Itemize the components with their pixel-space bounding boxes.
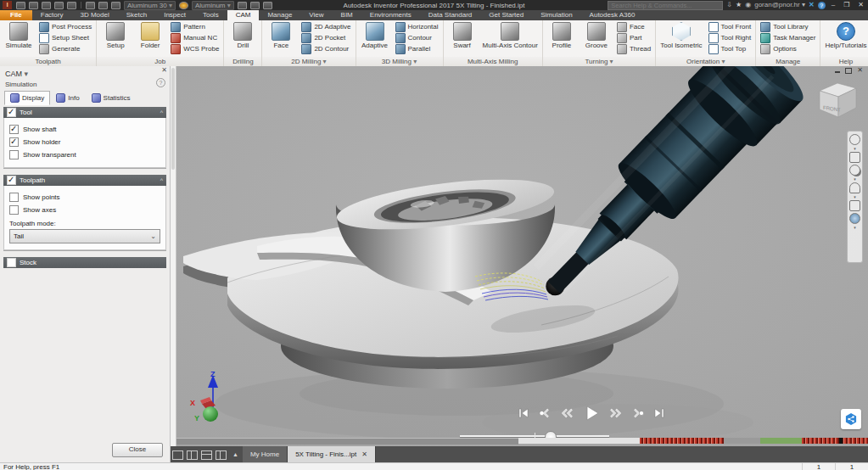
tab-environments[interactable]: Environments (361, 10, 420, 20)
multi-axis-contour-button[interactable]: Multi-Axis Contour (481, 21, 540, 50)
ribbon-group-label-help[interactable]: Help (820, 57, 868, 66)
ribbon-group-label-manage[interactable]: Manage (756, 57, 820, 66)
tab-cam[interactable]: CAM (227, 10, 260, 20)
home-icon[interactable] (86, 2, 95, 9)
tab-view[interactable]: View (300, 10, 332, 20)
toolpath-mode-select[interactable]: Tail ⌄ (9, 229, 160, 243)
turning-part-button[interactable]: Part (615, 32, 652, 43)
turning-thread-button[interactable]: Thread (615, 43, 652, 54)
fast-forward-button[interactable] (608, 406, 624, 420)
chevron-down-icon[interactable]: ▾ (854, 147, 856, 150)
tile-horizontal-icon[interactable] (201, 450, 212, 460)
undo-icon[interactable] (54, 2, 64, 9)
material-select[interactable]: Aluminum 30 ▾ (124, 1, 176, 10)
plus-icon[interactable] (263, 2, 272, 9)
a360-share-button[interactable] (841, 409, 861, 429)
checkbox-row-show-transparent[interactable]: Show transparent (9, 148, 160, 161)
ribbon-group-label-job[interactable]: Job (97, 57, 223, 66)
turning-face-button[interactable]: Face (615, 21, 652, 32)
close-button[interactable]: ✕ (855, 0, 866, 10)
tab-inspect[interactable]: Inspect (155, 10, 194, 20)
section-header-toolpath[interactable]: Toolpath ^ (3, 175, 166, 186)
ribbon-group-label-orientation[interactable]: Orientation (656, 57, 755, 66)
tab-autodesk-a360[interactable]: Autodesk A360 (581, 10, 644, 20)
arrange-windows-icon[interactable] (216, 450, 227, 460)
swarf-button[interactable]: Swarf (446, 21, 479, 50)
collapse-icon[interactable]: ^ (160, 177, 163, 183)
view-cube[interactable]: FRONT (812, 76, 861, 122)
panel-help-icon[interactable]: ? (156, 78, 165, 87)
chevron-down-icon[interactable]: ▾ (854, 177, 856, 181)
play-button[interactable] (582, 404, 601, 422)
help-icon[interactable]: ? (818, 2, 826, 9)
options-button[interactable]: Options (759, 43, 817, 54)
help-tutorials-button[interactable]: ? Help/Tutorials (823, 21, 868, 50)
tool-section-checkbox[interactable] (7, 108, 16, 117)
redo-icon[interactable] (67, 2, 76, 9)
skip-to-end-button[interactable] (652, 406, 666, 420)
ribbon-group-label-multi-axis-milling[interactable]: Multi-Axis Milling (444, 57, 542, 66)
show-holder-checkbox[interactable] (9, 137, 19, 147)
setup-button[interactable]: Setup (99, 21, 132, 50)
next-operation-button[interactable] (631, 406, 645, 420)
tab-tools[interactable]: Tools (194, 10, 227, 20)
chevron-down-icon[interactable]: ▾ (854, 195, 856, 199)
setup-sheet-button[interactable]: Setup Sheet (37, 32, 93, 43)
show-points-checkbox[interactable] (9, 193, 19, 202)
tab-file[interactable]: File (0, 10, 32, 20)
tool-library-button[interactable]: Tool Library (759, 21, 817, 32)
minimize-button[interactable]: – (829, 0, 837, 10)
doc-close-icon[interactable]: ✕ (857, 67, 863, 74)
render-icon[interactable] (98, 2, 108, 9)
task-manager-button[interactable]: Task Manager (759, 32, 817, 43)
tile-vertical-icon[interactable] (187, 450, 198, 460)
2d-adaptive-button[interactable]: 2D Adaptive (300, 21, 352, 32)
zoom-icon[interactable] (849, 165, 860, 176)
groove-button[interactable]: Groove (580, 21, 613, 50)
2d-pocket-button[interactable]: 2D Pocket (300, 32, 352, 43)
show-shaft-checkbox[interactable] (9, 125, 19, 134)
doc-minimize-icon[interactable] (835, 71, 840, 73)
tab-info[interactable]: Info (50, 91, 85, 105)
manual-nc-button[interactable]: Manual NC (169, 32, 221, 43)
ribbon-group-label-toolpath[interactable]: Toolpath (0, 57, 96, 66)
section-header-stock[interactable]: Stock (3, 257, 166, 268)
wcs-probe-button[interactable]: WCS Probe (169, 43, 221, 54)
tool-isometric-button[interactable]: Tool Isometric (658, 21, 703, 50)
rewind-button[interactable] (559, 406, 574, 420)
timeline-current-position-marker[interactable] (839, 438, 843, 444)
tool-right-button[interactable]: Tool Right (707, 32, 753, 43)
pan-icon[interactable] (849, 152, 860, 163)
inventor-logo[interactable]: I (3, 1, 12, 9)
drill-button[interactable]: Drill (227, 21, 259, 50)
checkbox-row-show-holder[interactable]: Show holder (9, 136, 160, 148)
simulate-button[interactable]: Simulate (3, 21, 35, 50)
chevron-down-icon[interactable]: ▾ (854, 226, 856, 229)
generate-button[interactable]: Generate (37, 43, 93, 54)
show-axes-checkbox[interactable] (9, 205, 19, 215)
ribbon-group-label-2d-milling[interactable]: 2D Milling (262, 57, 355, 66)
post-process-button[interactable]: Post Process (37, 21, 93, 32)
tab-data-standard[interactable]: Data Standard (420, 10, 481, 20)
sign-in-icon[interactable]: ⇩ (726, 0, 732, 10)
adjust-icon[interactable] (238, 2, 247, 9)
checkbox-row-show-shaft[interactable]: Show shaft (9, 123, 160, 136)
save-icon[interactable] (42, 2, 51, 9)
tab-display[interactable]: Display (4, 91, 50, 105)
panel-close-icon[interactable]: ✕ (161, 66, 167, 74)
toolpath-section-checkbox[interactable] (7, 176, 16, 185)
ribbon-group-label-turning[interactable]: Turning (543, 57, 655, 66)
pattern-button[interactable]: Pattern (169, 21, 221, 32)
tab-document[interactable]: 5X Tilting - Finis...ipt✕ (288, 446, 376, 462)
tab-my-home[interactable]: My Home (243, 446, 288, 462)
tab-manage[interactable]: Manage (259, 10, 300, 20)
face-button[interactable]: Face (265, 21, 297, 50)
skip-to-start-button[interactable] (517, 406, 530, 420)
scrollbar-thumb[interactable] (171, 68, 175, 170)
doc-restore-icon[interactable] (845, 68, 852, 74)
section-header-tool[interactable]: Tool ^ (3, 107, 166, 118)
material-ball-icon[interactable] (179, 2, 188, 9)
profile-button[interactable]: Profile (546, 21, 578, 50)
tab-3d-model[interactable]: 3D Model (71, 10, 117, 20)
horizontal-button[interactable]: Horizontal (394, 21, 440, 32)
